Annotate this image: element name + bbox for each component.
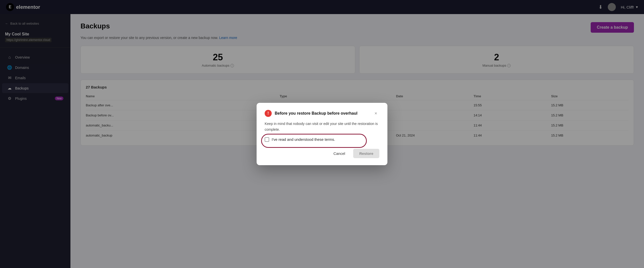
terms-checkbox[interactable]	[265, 137, 269, 142]
terms-checkbox-label[interactable]: I've read and understood these terms.	[272, 137, 335, 142]
cancel-button[interactable]: Cancel	[328, 149, 350, 158]
modal-close-button[interactable]: ×	[372, 110, 379, 117]
modal-body: Keep in mind that nobody can visit or ed…	[265, 121, 379, 132]
modal-dialog: ! Before you restore Backup before overh…	[257, 103, 387, 165]
restore-button[interactable]: Restore	[353, 149, 379, 158]
modal-title: Before you restore Backup before overhau…	[275, 111, 369, 116]
warning-icon: !	[265, 110, 272, 117]
modal-overlay: ! Before you restore Backup before overh…	[0, 0, 644, 268]
checkbox-row: I've read and understood these terms.	[265, 137, 379, 142]
modal-header: ! Before you restore Backup before overh…	[265, 110, 379, 117]
modal-footer: Cancel Restore	[265, 149, 379, 158]
